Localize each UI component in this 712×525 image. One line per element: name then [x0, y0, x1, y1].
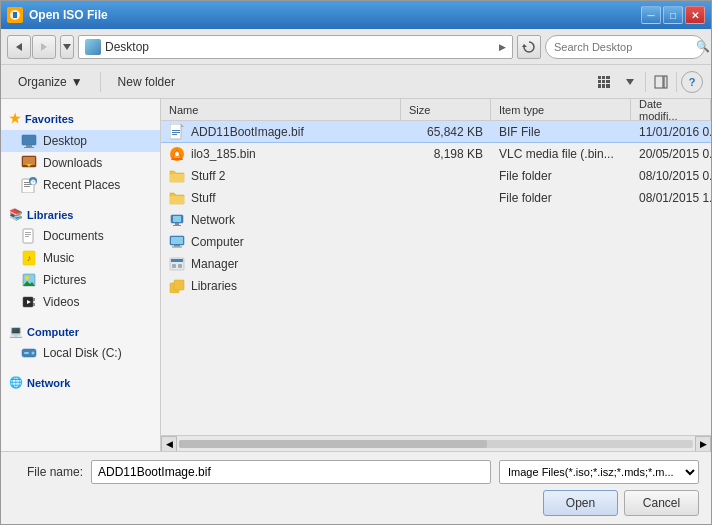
- scroll-right-button[interactable]: ▶: [695, 436, 711, 452]
- svg-rect-19: [26, 145, 32, 147]
- sidebar-music-label: Music: [43, 251, 74, 265]
- col-header-name[interactable]: Name: [161, 99, 401, 120]
- table-row[interactable]: Libraries: [161, 275, 711, 297]
- table-row[interactable]: Stuff 2 File folder 08/10/2015 0...: [161, 165, 711, 187]
- folder-icon-3: [169, 190, 185, 206]
- svg-rect-12: [598, 84, 601, 88]
- sidebar-item-desktop[interactable]: Desktop: [1, 130, 160, 152]
- file-name-2: Stuff 2: [191, 169, 225, 183]
- svg-rect-18: [22, 135, 36, 145]
- cancel-button[interactable]: Cancel: [624, 490, 699, 516]
- file-size-1: 8,198 KB: [434, 147, 483, 161]
- sidebar-item-music[interactable]: ♪ Music: [1, 247, 160, 269]
- sidebar-item-videos[interactable]: Videos: [1, 291, 160, 313]
- scroll-left-button[interactable]: ◀: [161, 436, 177, 452]
- maximize-button[interactable]: □: [663, 6, 683, 24]
- libraries-label: Libraries: [27, 209, 73, 221]
- search-input[interactable]: [554, 41, 692, 53]
- svg-rect-48: [172, 130, 180, 131]
- svg-text:♪: ♪: [27, 253, 32, 263]
- location-dropdown-arrow[interactable]: ▶: [499, 42, 506, 52]
- scroll-track[interactable]: [179, 440, 693, 448]
- table-row[interactable]: Computer: [161, 231, 711, 253]
- sidebar-libraries-header[interactable]: 📚 Libraries: [1, 204, 160, 225]
- filetype-select[interactable]: Image Files(*.iso;*.isz;*.mds;*.m...: [499, 460, 699, 484]
- svg-rect-7: [602, 76, 605, 79]
- desktop-icon: [21, 133, 37, 149]
- title-text: Open ISO File: [29, 8, 641, 22]
- svg-rect-31: [25, 232, 31, 233]
- svg-rect-32: [25, 234, 31, 235]
- table-row[interactable]: ADD11BootImage.bif 65,842 KB BIF File 11…: [161, 121, 711, 143]
- close-button[interactable]: ✕: [685, 6, 705, 24]
- open-button[interactable]: Open: [543, 490, 618, 516]
- preview-pane-button[interactable]: [650, 71, 672, 93]
- file-cell-name-5: Computer: [161, 234, 401, 250]
- svg-rect-58: [173, 216, 181, 222]
- location-box[interactable]: Desktop ▶: [78, 35, 513, 59]
- file-name-4: Network: [191, 213, 235, 227]
- file-type-1: VLC media file (.bin...: [499, 147, 614, 161]
- col-header-size[interactable]: Size: [401, 99, 491, 120]
- vlc-file-icon-1: [169, 146, 185, 162]
- search-box[interactable]: 🔍: [545, 35, 705, 59]
- svg-rect-16: [655, 76, 663, 88]
- sidebar-item-pictures[interactable]: Pictures: [1, 269, 160, 291]
- svg-rect-66: [171, 259, 183, 262]
- file-cell-type-2: File folder: [491, 169, 631, 183]
- title-icon: [7, 7, 23, 23]
- file-date-0: 11/01/2016 0...: [639, 125, 711, 139]
- dropdown-arrow-button[interactable]: [60, 35, 74, 59]
- svg-marker-15: [626, 79, 634, 85]
- minimize-button[interactable]: ─: [641, 6, 661, 24]
- table-row[interactable]: ilo3_185.bin 8,198 KB VLC media file (.b…: [161, 143, 711, 165]
- sidebar-favorites-section: ★ Favorites Desktop: [1, 107, 160, 196]
- new-folder-button[interactable]: New folder: [109, 71, 184, 93]
- sidebar-favorites-header[interactable]: ★ Favorites: [1, 107, 160, 130]
- svg-point-44: [32, 352, 35, 355]
- sidebar-documents-label: Documents: [43, 229, 104, 243]
- network-header-icon: 🌐: [9, 376, 23, 389]
- svg-marker-3: [41, 43, 47, 51]
- svg-point-54: [175, 152, 179, 156]
- svg-rect-64: [172, 246, 182, 247]
- toolbar-right: ?: [593, 71, 703, 93]
- table-row[interactable]: Network: [161, 209, 711, 231]
- sidebar-item-recent[interactable]: 🕐 Recent Places: [1, 174, 160, 196]
- sidebar-item-localdisk[interactable]: Local Disk (C:): [1, 342, 160, 364]
- address-bar: Desktop ▶ 🔍: [1, 29, 711, 65]
- file-cell-date-0: 11/01/2016 0...: [631, 125, 711, 139]
- view-dropdown-button[interactable]: [619, 71, 641, 93]
- organize-button[interactable]: Organize ▼: [9, 71, 92, 93]
- col-header-date[interactable]: Date modifi...: [631, 99, 711, 120]
- sidebar-computer-section: 💻 Computer Local Disk (C:): [1, 321, 160, 364]
- svg-rect-17: [664, 76, 667, 88]
- sidebar-item-documents[interactable]: Documents: [1, 225, 160, 247]
- new-folder-label: New folder: [118, 75, 175, 89]
- sidebar-item-downloads[interactable]: Downloads: [1, 152, 160, 174]
- scroll-thumb[interactable]: [179, 440, 487, 448]
- svg-rect-63: [174, 245, 180, 247]
- sidebar-computer-header[interactable]: 💻 Computer: [1, 321, 160, 342]
- forward-button[interactable]: [32, 35, 56, 59]
- documents-icon: [21, 228, 37, 244]
- file-cell-name-4: Network: [161, 212, 401, 228]
- svg-rect-55: [170, 174, 184, 182]
- col-header-type[interactable]: Item type: [491, 99, 631, 120]
- help-button[interactable]: ?: [681, 71, 703, 93]
- svg-rect-68: [178, 264, 182, 268]
- svg-point-37: [25, 276, 29, 280]
- file-date-1: 20/05/2015 0...: [639, 147, 711, 161]
- svg-rect-33: [25, 236, 29, 237]
- file-date-3: 08/01/2015 1...: [639, 191, 711, 205]
- music-icon: ♪: [21, 250, 37, 266]
- view-button-1[interactable]: [593, 71, 615, 93]
- refresh-button[interactable]: [517, 35, 541, 59]
- filename-input[interactable]: [91, 460, 491, 484]
- svg-rect-14: [606, 84, 610, 88]
- col-date-label: Date modifi...: [639, 99, 702, 122]
- sidebar-network-header[interactable]: 🌐 Network: [1, 372, 160, 393]
- back-button[interactable]: [7, 35, 31, 59]
- table-row[interactable]: Manager: [161, 253, 711, 275]
- table-row[interactable]: Stuff File folder 08/01/2015 1...: [161, 187, 711, 209]
